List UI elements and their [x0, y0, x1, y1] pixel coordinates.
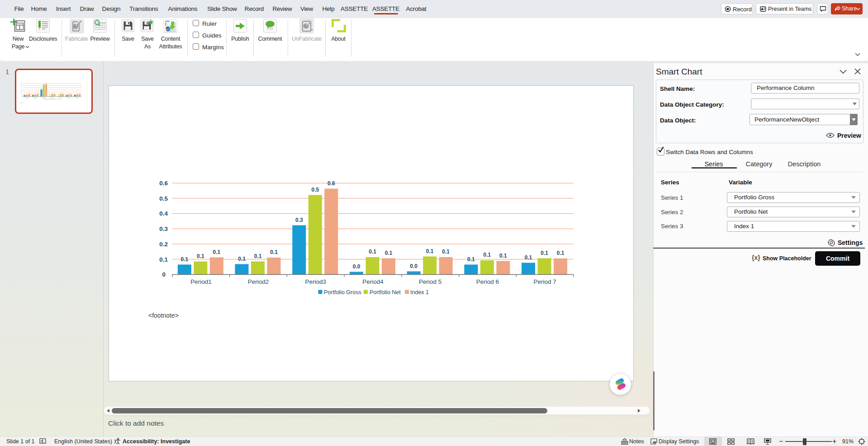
svg-text:0.4: 0.4	[159, 210, 168, 217]
svg-text:0.6: 0.6	[159, 180, 168, 187]
svg-text:0.1: 0.1	[484, 252, 491, 258]
svg-text:0: 0	[162, 271, 166, 278]
svg-text:0.1: 0.1	[467, 256, 475, 263]
svg-text:0.1: 0.1	[385, 250, 393, 256]
svg-text:0.1: 0.1	[238, 256, 246, 262]
svg-text:0.2: 0.2	[159, 241, 168, 248]
svg-text:0.1: 0.1	[213, 249, 221, 255]
svg-text:0.3: 0.3	[295, 217, 303, 223]
svg-text:0.1: 0.1	[270, 249, 278, 255]
svg-text:<footnote>: <footnote>	[148, 312, 179, 319]
svg-text:0.0: 0.0	[353, 263, 360, 270]
svg-text:0.1: 0.1	[442, 249, 450, 255]
svg-text:Period3: Period3	[305, 278, 327, 285]
svg-text:Period4: Period4	[362, 278, 384, 285]
svg-text:0.1: 0.1	[197, 253, 204, 259]
svg-text:0.1: 0.1	[181, 256, 189, 263]
svg-text:0.1: 0.1	[369, 249, 376, 255]
svg-text:0.1: 0.1	[557, 250, 564, 256]
svg-text:0.6: 0.6	[327, 180, 335, 187]
svg-text:Period 7: Period 7	[533, 278, 556, 285]
svg-text:Period1: Period1	[190, 278, 212, 285]
svg-text:Period 5: Period 5	[419, 278, 441, 285]
svg-text:0.1: 0.1	[254, 253, 262, 259]
svg-text:0.1: 0.1	[426, 248, 434, 254]
svg-text:Period 6: Period 6	[476, 278, 499, 285]
svg-text:Portfolio Net: Portfolio Net	[370, 289, 401, 296]
svg-text:0.5: 0.5	[311, 187, 319, 193]
svg-text:0.1: 0.1	[159, 256, 168, 263]
svg-text:Portfolio Gross: Portfolio Gross	[324, 289, 361, 296]
svg-text:0.1: 0.1	[499, 253, 507, 259]
svg-text:0.5: 0.5	[159, 195, 168, 202]
svg-text:Period2: Period2	[248, 278, 269, 285]
svg-text:Index 1: Index 1	[410, 289, 429, 296]
svg-text:0.0: 0.0	[410, 263, 417, 269]
svg-text:0.1: 0.1	[525, 254, 532, 261]
svg-text:0.3: 0.3	[159, 225, 168, 232]
svg-text:0.1: 0.1	[541, 250, 548, 256]
